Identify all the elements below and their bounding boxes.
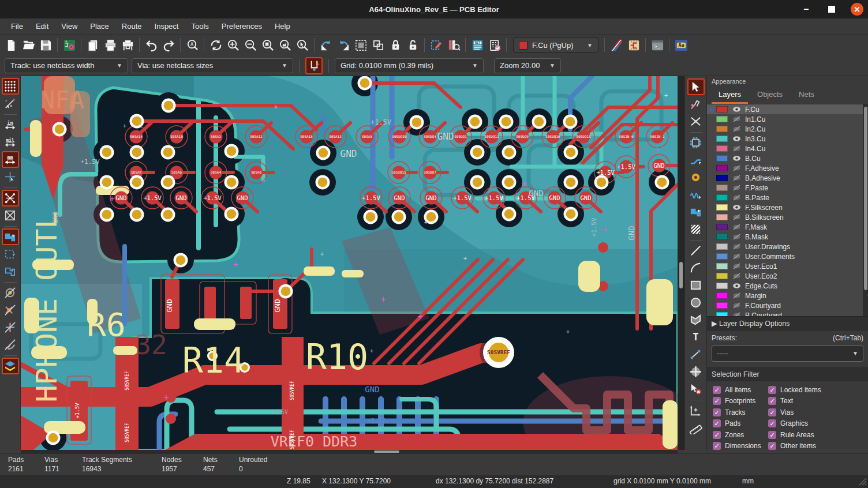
layer-color-swatch[interactable] [716, 273, 728, 279]
eye-off-icon[interactable] [732, 165, 742, 171]
ratsnest-curved-button[interactable] [2, 207, 19, 224]
active-layer-selector[interactable]: F.Cu (PgUp) ▼ [513, 37, 598, 52]
draw-rectangle-button[interactable] [687, 277, 705, 294]
cursor-shape-button[interactable] [2, 168, 19, 185]
layer-color-swatch[interactable] [716, 302, 728, 309]
layer-color-swatch[interactable] [716, 175, 728, 181]
eye-icon[interactable] [732, 155, 742, 162]
layer-row-f-adhesive[interactable]: F.Adhesive [707, 163, 868, 173]
print-button[interactable] [102, 36, 119, 54]
via-outline-mode-button[interactable] [2, 302, 19, 318]
layer-row-b-silkscreen[interactable]: B.Silkscreen [707, 212, 868, 222]
menu-tools[interactable]: Tools [185, 18, 215, 35]
place-via-button[interactable] [687, 169, 705, 186]
resize-grip[interactable] [859, 478, 867, 486]
checkbox-checked-icon[interactable]: ✓ [713, 408, 721, 416]
layer-row-f-silkscreen[interactable]: F.Silkscreen [707, 202, 868, 212]
redo-button[interactable] [160, 36, 177, 54]
checkbox-checked-icon[interactable]: ✓ [768, 431, 776, 439]
zoom-to-objects-button[interactable] [276, 36, 294, 54]
via-size-selector[interactable]: Via: use netclass sizes▼ [132, 58, 293, 73]
drc-button[interactable] [486, 36, 503, 54]
checkbox-checked-icon[interactable]: ✓ [713, 419, 721, 427]
checkbox-checked-icon[interactable]: ✓ [713, 431, 721, 439]
highlight-net-button[interactable] [687, 96, 705, 112]
layer-color-swatch[interactable] [716, 185, 728, 191]
layer-row-b-courtyard[interactable]: B.Courtyard [707, 310, 868, 316]
place-footprint-button[interactable] [687, 134, 705, 151]
layer-row-b-adhesive[interactable]: B.Adhesive [707, 173, 868, 183]
filter-all-items[interactable]: ✓All items [713, 386, 768, 394]
menu-place[interactable]: Place [84, 18, 115, 35]
layer-row-b-paste[interactable]: B.Paste [707, 193, 868, 202]
unlock-button[interactable] [404, 36, 421, 54]
select-tool-button[interactable] [687, 78, 705, 95]
checkbox-checked-icon[interactable]: ✓ [713, 386, 721, 394]
canvas-hscroll-thumb[interactable] [374, 451, 399, 453]
zoom-in-button[interactable] [225, 36, 242, 54]
zone-sketch-mode-button[interactable] [2, 263, 19, 280]
layer-row-f-cu[interactable]: ▶F.Cu [707, 104, 868, 114]
ratsnest-visibility-button[interactable] [2, 190, 19, 207]
grid-selector[interactable]: Grid: 0.0100 mm (0.39 mils)▼ [335, 58, 484, 73]
group-button[interactable] [352, 36, 369, 54]
checkbox-checked-icon[interactable]: ✓ [768, 397, 776, 405]
draw-circle-button[interactable] [687, 294, 705, 311]
filter-pads[interactable]: ✓Pads [713, 419, 768, 427]
tab-objects[interactable]: Objects [750, 88, 790, 104]
layer-row-user-eco2[interactable]: User.Eco2 [707, 271, 868, 281]
layer-color-swatch[interactable] [716, 136, 728, 142]
layers-scroll-thumb[interactable] [864, 107, 867, 290]
new-board-button[interactable] [2, 36, 20, 54]
layer-color-swatch[interactable] [716, 312, 728, 316]
layer-row-f-mask[interactable]: F.Mask [707, 222, 868, 232]
filter-zones[interactable]: ✓Zones [713, 431, 768, 439]
eye-icon[interactable] [732, 106, 742, 112]
eye-off-icon[interactable] [732, 302, 742, 309]
zoom-out-button[interactable] [242, 36, 259, 54]
filter-tracks[interactable]: ✓Tracks [713, 408, 768, 416]
eye-off-icon[interactable] [732, 312, 742, 316]
eye-off-icon[interactable] [732, 145, 742, 152]
zoom-to-selection-button[interactable] [294, 36, 311, 54]
eye-off-icon[interactable] [732, 126, 742, 132]
draw-rule-area-button[interactable] [687, 221, 705, 238]
open-board-button[interactable] [20, 36, 37, 54]
layer-row-in1-cu[interactable]: In1.Cu [707, 114, 868, 124]
polar-coords-button[interactable]: rθ [2, 95, 19, 112]
layer-display-options-header[interactable]: ▶ Layer Display Options [707, 316, 868, 331]
layer-color-swatch[interactable] [716, 263, 728, 269]
layer-color-swatch[interactable] [716, 106, 728, 112]
eye-icon[interactable] [732, 283, 742, 289]
layer-color-swatch[interactable] [716, 214, 728, 220]
draw-line-button[interactable] [687, 242, 705, 259]
eye-icon[interactable] [732, 136, 742, 142]
place-origin-button[interactable] [687, 363, 705, 380]
eye-off-icon[interactable] [732, 116, 742, 122]
layer-color-swatch[interactable] [716, 253, 728, 260]
rotate-ccw-button[interactable] [317, 36, 335, 54]
eye-off-icon[interactable] [732, 292, 742, 299]
layer-row-in2-cu[interactable]: In2.Cu [707, 124, 868, 134]
lock-button[interactable] [387, 36, 404, 54]
eye-off-icon[interactable] [732, 175, 742, 181]
eye-off-icon[interactable] [732, 263, 742, 269]
pcb-canvas[interactable]: S0SA14S0SA10S0SA1S0SA12S0SA15S0SA13S0SA5… [21, 76, 678, 450]
filter-rule-areas[interactable]: ✓Rule Areas [768, 431, 868, 439]
checkbox-checked-icon[interactable]: ✓ [768, 419, 776, 427]
layer-row-f-courtyard[interactable]: F.Courtyard [707, 301, 868, 310]
track-posture-button[interactable] [305, 57, 323, 74]
checkbox-checked-icon[interactable]: ✓ [713, 397, 721, 405]
drill-origin-button[interactable] [687, 402, 705, 419]
layer-presets-button[interactable] [608, 36, 625, 54]
edit-footprints-button[interactable] [428, 36, 445, 54]
eye-off-icon[interactable] [732, 273, 742, 279]
canvas-vscrollbar[interactable] [678, 76, 684, 450]
tab-layers[interactable]: Layers [712, 88, 748, 104]
zoom-selector[interactable]: Zoom 20.00▼ [494, 58, 561, 73]
refresh-view-button[interactable] [207, 36, 225, 54]
canvas-vscroll-thumb[interactable] [679, 262, 683, 288]
undo-button[interactable] [143, 36, 160, 54]
scripting-console-button[interactable]: >_ [649, 36, 666, 54]
layer-row-in3-cu[interactable]: In3.Cu [707, 134, 868, 144]
